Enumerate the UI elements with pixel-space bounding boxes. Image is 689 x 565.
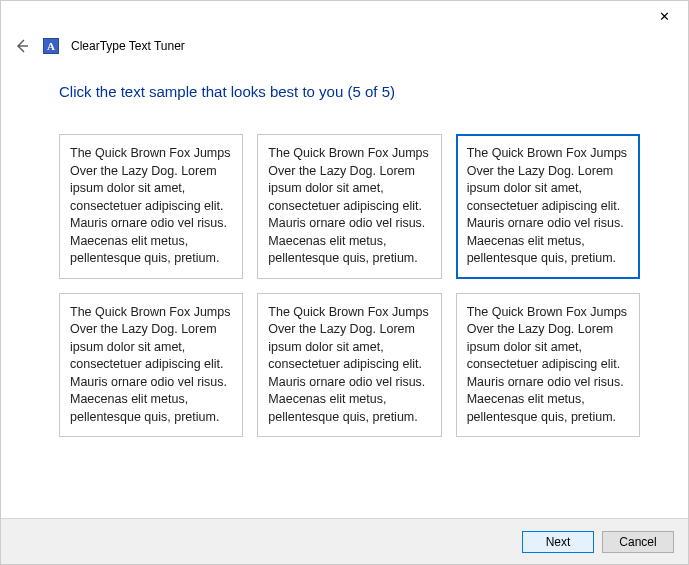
- text-sample-3[interactable]: The Quick Brown Fox Jumps Over the Lazy …: [456, 134, 640, 279]
- sample-text: The Quick Brown Fox Jumps Over the Lazy …: [70, 305, 230, 424]
- back-button[interactable]: [13, 37, 31, 55]
- back-arrow-icon: [14, 38, 30, 54]
- sample-text: The Quick Brown Fox Jumps Over the Lazy …: [268, 305, 428, 424]
- app-icon: A: [43, 38, 59, 54]
- sample-text: The Quick Brown Fox Jumps Over the Lazy …: [268, 146, 428, 265]
- content-area: Click the text sample that looks best to…: [1, 55, 688, 437]
- text-sample-1[interactable]: The Quick Brown Fox Jumps Over the Lazy …: [59, 134, 243, 279]
- instruction-heading: Click the text sample that looks best to…: [59, 83, 640, 100]
- next-button[interactable]: Next: [522, 531, 594, 553]
- cancel-button[interactable]: Cancel: [602, 531, 674, 553]
- close-icon: ✕: [659, 9, 670, 24]
- text-sample-5[interactable]: The Quick Brown Fox Jumps Over the Lazy …: [257, 293, 441, 438]
- footer: Next Cancel: [1, 518, 688, 564]
- sample-grid: The Quick Brown Fox Jumps Over the Lazy …: [59, 134, 640, 437]
- sample-text: The Quick Brown Fox Jumps Over the Lazy …: [467, 146, 627, 265]
- close-button[interactable]: ✕: [644, 2, 684, 30]
- text-sample-6[interactable]: The Quick Brown Fox Jumps Over the Lazy …: [456, 293, 640, 438]
- header: A ClearType Text Tuner: [1, 31, 688, 55]
- text-sample-4[interactable]: The Quick Brown Fox Jumps Over the Lazy …: [59, 293, 243, 438]
- text-sample-2[interactable]: The Quick Brown Fox Jumps Over the Lazy …: [257, 134, 441, 279]
- window-title: ClearType Text Tuner: [71, 39, 185, 53]
- app-icon-letter: A: [47, 40, 55, 52]
- sample-text: The Quick Brown Fox Jumps Over the Lazy …: [467, 305, 627, 424]
- title-bar: ✕: [1, 1, 688, 31]
- sample-text: The Quick Brown Fox Jumps Over the Lazy …: [70, 146, 230, 265]
